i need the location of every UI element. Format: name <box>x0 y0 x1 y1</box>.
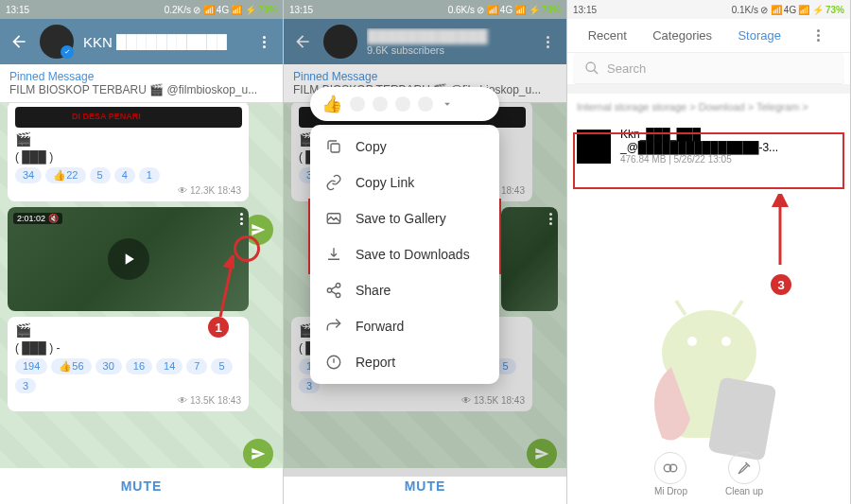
battery-indicator: 73% <box>258 5 277 15</box>
pinned-text: FILM BIOSKOP TERBARU 🎬 @filmbioskop_u... <box>9 83 273 96</box>
report-icon <box>325 354 342 371</box>
annotation-arrow <box>771 194 790 269</box>
watermark-logo <box>624 277 794 466</box>
share-fab[interactable] <box>527 439 557 469</box>
svg-rect-1 <box>331 144 339 152</box>
video-options-button[interactable] <box>240 213 243 225</box>
channel-title: ████████████ <box>367 28 527 44</box>
gallery-icon <box>325 210 342 227</box>
context-menu: Copy Copy Link Save to Gallery Save to D… <box>310 125 499 384</box>
status-time: 13:15 <box>6 5 29 15</box>
file-manager-tabs: Recent Categories Storage <box>567 19 850 53</box>
share-icon <box>325 282 342 299</box>
svg-line-13 <box>676 301 686 315</box>
reaction-picker[interactable]: 👍 <box>310 87 499 121</box>
action-cleanup[interactable]: Clean up <box>725 452 763 496</box>
mute-button[interactable]: MUTE <box>0 468 283 504</box>
back-button[interactable] <box>291 32 314 51</box>
status-bar: 13:15 0.2K/s ⊘ 📶 4G 📶 ⚡ 73% <box>0 0 283 19</box>
reaction-chip[interactable]: 5 <box>90 167 111 183</box>
menu-share[interactable]: Share <box>310 272 499 308</box>
svg-point-4 <box>327 288 332 293</box>
reaction-chip[interactable]: 194 <box>15 358 47 374</box>
chevron-down-icon[interactable] <box>441 97 454 111</box>
annotation-arrow <box>206 255 234 322</box>
reaction-chip[interactable]: 👍56 <box>51 358 91 374</box>
back-button[interactable] <box>8 32 30 51</box>
reaction-chip[interactable]: 30 <box>96 358 122 374</box>
share-fab[interactable] <box>243 439 273 469</box>
video-message <box>501 207 557 311</box>
search-bar[interactable]: Search <box>573 53 844 84</box>
chat-body[interactable]: DI DESA PENARI 🎬 ( ███ ) 34 👍22 5 4 1 👁 … <box>0 103 283 477</box>
video-thumbnail: DI DESA PENARI <box>15 107 242 128</box>
message-caption: ( ███ ) <box>15 150 241 164</box>
reaction-chip[interactable]: 14 <box>156 358 182 374</box>
reaction-chip[interactable]: 👍22 <box>45 167 85 183</box>
menu-copy-link[interactable]: Copy Link <box>310 165 499 200</box>
channel-title[interactable]: KKN ███████████ <box>83 34 243 50</box>
reaction-chip[interactable]: 34 <box>15 167 42 183</box>
search-icon <box>584 61 599 76</box>
menu-save-downloads[interactable]: Save to Downloads <box>310 236 499 272</box>
svg-line-14 <box>733 301 742 315</box>
screen-1-telegram-chat: 13:15 0.2K/s ⊘ 📶 4G 📶 ⚡ 73% KKN ████████… <box>0 0 284 504</box>
menu-save-gallery[interactable]: Save to Gallery <box>310 200 499 236</box>
screen-3-file-manager: 13:15 0.1K/s ⊘ 📶 4G 📶 ⚡ 73% Recent Categ… <box>567 0 851 504</box>
status-bar: 13:15 0.6K/s ⊘ 📶 4G 📶 ⚡ 73% <box>284 0 566 19</box>
reactions-row: 34 👍22 5 4 1 <box>15 167 241 183</box>
svg-point-11 <box>687 337 697 346</box>
annotation-callout-3: 3 <box>771 274 791 295</box>
tab-recent[interactable]: Recent <box>588 28 627 43</box>
action-midrop[interactable]: Mi Drop <box>654 452 687 496</box>
header-menu-button[interactable] <box>252 36 275 48</box>
reaction-chip[interactable]: 5 <box>211 358 232 374</box>
reaction-chip[interactable]: 4 <box>114 167 135 183</box>
svg-point-8 <box>586 62 595 71</box>
copy-icon <box>325 138 342 155</box>
status-bar: 13:15 0.1K/s ⊘ 📶 4G 📶 ⚡ 73% <box>567 0 850 19</box>
search-placeholder: Search <box>607 61 646 76</box>
thumbs-up-reaction[interactable]: 👍 <box>321 94 342 114</box>
file-manager-actions: Mi Drop Clean up <box>567 452 850 496</box>
svg-line-0 <box>220 260 233 317</box>
subscriber-count: 9.6K subscribers <box>367 44 527 56</box>
pinned-label: Pinned Message <box>9 70 273 83</box>
svg-point-5 <box>336 293 340 298</box>
reactions-row: 194 👍56 30 16 14 7 5 3 <box>15 358 241 393</box>
screen-2-context-menu: 13:15 0.6K/s ⊘ 📶 4G 📶 ⚡ 73% ████████████… <box>284 0 567 504</box>
tab-categories[interactable]: Categories <box>652 28 712 43</box>
annotation-callout-1: 1 <box>208 317 229 338</box>
telegram-header: ████████████ 9.6K subscribers <box>284 19 566 64</box>
link-icon <box>325 174 342 191</box>
reaction-chip[interactable]: 1 <box>139 167 160 183</box>
forward-icon <box>325 318 342 335</box>
channel-avatar[interactable] <box>40 25 74 59</box>
menu-report[interactable]: Report <box>310 344 499 380</box>
channel-avatar[interactable] <box>323 25 357 59</box>
menu-copy[interactable]: Copy <box>310 129 499 165</box>
verified-icon <box>61 45 74 59</box>
download-icon <box>325 246 342 263</box>
reaction-chip[interactable]: 16 <box>126 358 152 374</box>
reaction-chip[interactable]: 7 <box>186 358 207 374</box>
breadcrumb[interactable]: Internal storage storage > Download > Te… <box>567 94 850 120</box>
video-duration: 2:01:02 🔇 <box>13 213 62 224</box>
play-button[interactable] <box>108 238 149 280</box>
tabs-menu-button[interactable] <box>807 29 829 42</box>
pinned-message[interactable]: Pinned Message FILM BIOSKOP TERBARU 🎬 @f… <box>0 64 283 103</box>
message-caption: ( ███ ) - <box>15 341 241 355</box>
reaction-chip[interactable]: 3 <box>15 378 36 393</box>
svg-point-12 <box>721 337 731 346</box>
message-1[interactable]: DI DESA PENARI 🎬 ( ███ ) 34 👍22 5 4 1 👁 … <box>8 103 249 201</box>
telegram-header: KKN ███████████ <box>0 19 283 64</box>
menu-forward[interactable]: Forward <box>310 308 499 344</box>
svg-point-3 <box>336 284 340 288</box>
annotation-box <box>573 132 844 189</box>
header-menu-button[interactable] <box>536 36 559 48</box>
annotation-circle <box>234 235 260 262</box>
tab-storage[interactable]: Storage <box>738 28 781 43</box>
broom-icon <box>736 460 753 477</box>
midrop-icon <box>662 460 679 477</box>
